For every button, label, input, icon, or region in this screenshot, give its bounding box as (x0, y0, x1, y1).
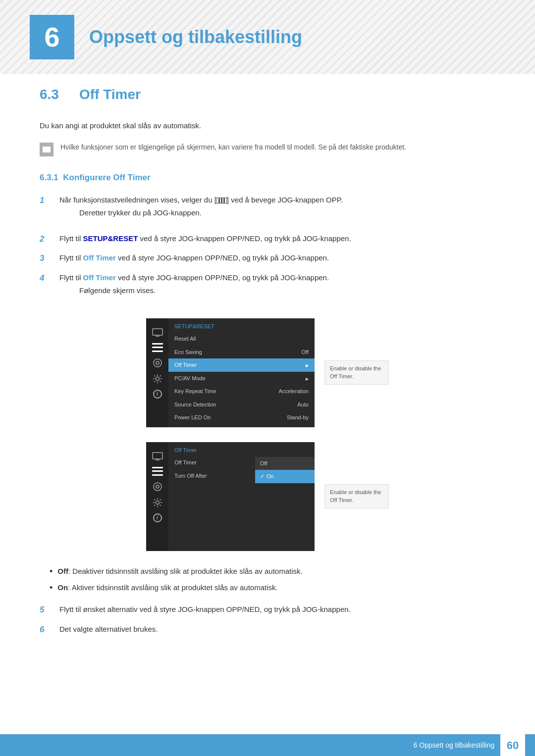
monitor-icon-2 (152, 452, 163, 461)
step-number-1: 1 (40, 194, 52, 207)
svg-point-9 (156, 501, 159, 504)
step-5: 5 Flytt til ønsket alternativ ved å styr… (40, 604, 495, 616)
note-icon-inner (43, 147, 51, 152)
svg-point-2 (156, 361, 159, 364)
hamburger-icon-2 (152, 467, 163, 476)
monitor-menu-2: Off Timer Off Timer Turn Off After Off ✓… (168, 442, 315, 551)
step-number-2: 2 (40, 233, 52, 246)
svg-point-8 (154, 483, 161, 491)
bullet-item-on: • On: Aktiver tidsinnstilt avslåing slik… (50, 582, 495, 594)
monitor-icon (152, 328, 163, 337)
step-6-text: Det valgte alternativet brukes. (59, 623, 158, 635)
bullet-item-off: • Off: Deaktiver tidsinnstilt avslåing s… (50, 566, 495, 577)
info-icon: i (153, 390, 162, 399)
step-4: 4 Flytt til Off Timer ved å styre JOG-kn… (40, 272, 495, 303)
svg-point-7 (156, 485, 159, 488)
footer-text: 6 Oppsett og tilbakestilling (414, 740, 494, 751)
screenshot-tooltip-1: Enable or disable the Off Timer. (324, 360, 389, 385)
menu-item-key-repeat: Key Repeat TimeAcceleration (168, 385, 315, 398)
step-4-highlight: Off Timer (83, 273, 116, 282)
chapter-number: 6 (44, 23, 59, 51)
step-2: 2 Flytt til SETUP&RESET ved å styre JOG-… (40, 233, 495, 246)
step-1: 1 Når funksjonstastveiledningen vises, v… (40, 194, 495, 226)
step-number-6: 6 (40, 623, 52, 636)
menu-item-reset-all: Reset All (168, 332, 315, 346)
menu-header-2: Off Timer (168, 442, 315, 456)
intro-text: Du kan angi at produktet skal slås av au… (40, 120, 495, 132)
bullet-label-off: Off (57, 567, 68, 575)
off-timer-arrow (306, 361, 309, 369)
monitor-menu-1: SETUP&RESET Reset All Eco SavingOff Off … (168, 318, 315, 427)
svg-rect-0 (153, 329, 162, 335)
page-footer: 6 Oppsett og tilbakestilling 60 (0, 734, 535, 756)
pcav-arrow (306, 374, 309, 383)
page-content: 6.3 Off Timer Du kan angi at produktet s… (0, 74, 535, 685)
bullet-list: • Off: Deaktiver tidsinnstilt avslåing s… (50, 566, 495, 594)
step-number-3: 3 (40, 252, 52, 265)
svg-point-4 (156, 377, 159, 380)
monitor-sidebar-2: i (146, 442, 168, 551)
note-text: Hvilke funksjoner som er tilgjengelige p… (60, 142, 406, 152)
step-6: 6 Det valgte alternativet brukes. (40, 623, 495, 636)
submenu-off-option: Off (255, 457, 315, 470)
svg-rect-5 (153, 453, 162, 459)
step-3-highlight: Off Timer (83, 253, 116, 262)
step-3: 3 Flytt til Off Timer ved å styre JOG-kn… (40, 252, 495, 265)
hamburger-icon (152, 343, 163, 352)
submenu-on-option: ✓ On (255, 470, 315, 483)
step-3-text: Flytt til Off Timer ved å styre JOG-knap… (59, 252, 329, 264)
section-number: 6.3 (40, 84, 69, 105)
subsection-heading: 6.3.1 Konfigurere Off Timer (40, 171, 495, 184)
subsection-number: 6.3.1 (40, 173, 58, 182)
step-number-4: 4 (40, 272, 52, 285)
monitor-panel-1: i SETUP&RESET Reset All Eco SavingOff Of… (146, 318, 315, 427)
screenshot-tooltip-2: Enable or disable the Off Timer. (324, 484, 389, 508)
chapter-title: Oppsett og tilbakestilling (89, 24, 302, 50)
bullet-label-on: On (57, 583, 68, 592)
step-5-text: Flytt til ønsket alternativ ved å styre … (59, 604, 351, 615)
svg-rect-6 (156, 459, 160, 460)
settings-icon-2 (153, 482, 162, 492)
gear-icon (153, 374, 162, 384)
steps-after-list: 5 Flytt til ønsket alternativ ved å styr… (40, 604, 495, 636)
step-2-highlight: SETUP&RESET (83, 234, 138, 243)
note-box: Hvilke funksjoner som er tilgjengelige p… (40, 142, 495, 156)
screenshot-row-2: i Off Timer Off Timer Turn Off After Off (146, 442, 389, 551)
svg-rect-1 (156, 336, 160, 337)
menu-item-power-led: Power LED OnStand-by (168, 411, 315, 424)
menu-header-1: SETUP&RESET (168, 318, 315, 333)
chapter-number-block: 6 (30, 15, 74, 59)
subsection-title: Konfigurere Off Timer (63, 173, 150, 182)
svg-point-3 (154, 359, 161, 367)
bullet-text-off: Off: Deaktiver tidsinnstilt avslåing sli… (57, 566, 302, 577)
step-number-5: 5 (40, 604, 52, 616)
bullet-dot-1: • (50, 566, 53, 577)
info-icon-2: i (153, 513, 162, 522)
footer-page: 60 (500, 733, 525, 756)
step-1-subtext: Deretter trykker du på JOG-knappen. (79, 207, 343, 219)
steps-list: 1 Når funksjonstastveiledningen vises, v… (40, 194, 495, 303)
screenshot-row-1: i SETUP&RESET Reset All Eco SavingOff Of… (146, 318, 389, 427)
step-4-text: Flytt til Off Timer ved å styre JOG-knap… (59, 273, 329, 282)
monitor-panel-2: i Off Timer Off Timer Turn Off After Off (146, 442, 315, 551)
bullet-text-on: On: Aktiver tidsinnstilt avslåing slik a… (57, 582, 277, 594)
section-title: Off Timer (79, 84, 141, 105)
menu-item-eco-saving: Eco SavingOff (168, 346, 315, 359)
submenu-overlay: Off ✓ On (255, 457, 315, 483)
settings-icon (153, 358, 162, 368)
menu-item-source-detection: Source DetectionAuto (168, 398, 315, 411)
chapter-header: 6 Oppsett og tilbakestilling (0, 0, 535, 74)
menu-item-off-timer: Off Timer (168, 358, 315, 372)
screenshots-area: i SETUP&RESET Reset All Eco SavingOff Of… (40, 318, 495, 551)
bullet-dot-2: • (50, 582, 53, 594)
monitor-sidebar-1: i (146, 318, 168, 427)
menu-item-pcav-mode: PC/AV Mode (168, 372, 315, 385)
gear-icon-2 (153, 498, 162, 507)
step-2-text: Flytt til SETUP&RESET ved å styre JOG-kn… (59, 233, 351, 245)
section-heading: 6.3 Off Timer (40, 84, 495, 105)
step-1-text: Når funksjonstastveiledningen vises, vel… (59, 196, 343, 204)
note-icon (40, 143, 54, 156)
step-4-subtext: Følgende skjerm vises. (79, 285, 329, 297)
